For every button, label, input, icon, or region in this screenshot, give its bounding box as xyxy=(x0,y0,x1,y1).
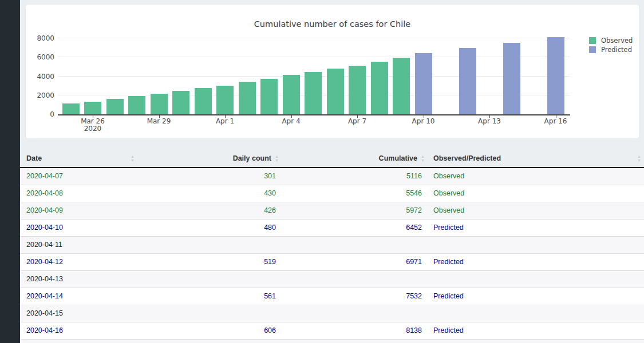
chart-card: Cumulative number of cases for Chile Obs… xyxy=(25,4,639,139)
bar-observed xyxy=(260,79,278,114)
table-row[interactable]: 2020-04-073015116Observed xyxy=(20,167,644,185)
y-tick-label: 4000 xyxy=(27,73,54,81)
daily-count-cell: 301 xyxy=(137,167,280,185)
cumulative-cell: 8138 xyxy=(280,322,426,339)
x-tick-label: Apr 13 xyxy=(464,118,515,125)
cumulative-cell xyxy=(280,270,426,288)
table-row[interactable]: 2020-04-11 xyxy=(20,236,644,253)
chart-legend: Observed Predicted xyxy=(589,36,633,54)
daily-count-cell: 606 xyxy=(137,322,280,339)
daily-count-cell: 430 xyxy=(137,185,280,202)
column-header-status[interactable]: Observed/Predicted▲▼ xyxy=(426,149,644,167)
bar-predicted xyxy=(547,37,564,114)
bar-predicted xyxy=(415,53,432,114)
bar-observed xyxy=(172,91,189,114)
status-cell: Observed xyxy=(426,185,644,202)
column-header-daily-count[interactable]: Daily count▲▼ xyxy=(137,149,280,167)
cumulative-cell: 5546 xyxy=(280,185,426,202)
bar-predicted xyxy=(503,43,520,114)
date-cell: 2020-04-08 xyxy=(20,185,137,202)
date-cell: 2020-04-13 xyxy=(20,270,137,288)
daily-count-cell: 519 xyxy=(137,253,280,270)
y-tick-label: 8000 xyxy=(27,34,54,42)
table-row[interactable]: 2020-04-104806452Predicted xyxy=(20,219,644,236)
status-cell: Predicted xyxy=(426,253,644,270)
bar-observed xyxy=(151,94,168,114)
cumulative-cell: 6971 xyxy=(280,253,426,270)
cumulative-cell: 5116 xyxy=(280,167,426,185)
legend-label: Observed xyxy=(601,37,633,45)
x-tick-label: Apr 1 xyxy=(199,118,251,125)
date-cell: 2020-04-07 xyxy=(20,167,137,185)
daily-count-cell: 480 xyxy=(137,219,280,236)
legend-item-predicted[interactable]: Predicted xyxy=(589,45,633,54)
x-tick-label: Apr 4 xyxy=(266,118,317,125)
y-tick-label: 2000 xyxy=(27,91,54,99)
bar-observed xyxy=(84,102,101,114)
cumulative-cell: 6452 xyxy=(280,219,426,236)
x-tick-label: Mar 29 xyxy=(133,118,185,125)
bar-observed xyxy=(305,72,322,114)
status-cell: Predicted xyxy=(426,219,644,236)
status-cell: Observed xyxy=(426,202,644,219)
data-table: Date▲▼Daily count▲▼Cumulative▲▼Observed/… xyxy=(20,149,644,343)
table-row[interactable]: 2020-04-15 xyxy=(20,305,644,322)
date-cell: 2020-04-12 xyxy=(20,253,137,270)
table-row-partial xyxy=(20,339,644,343)
date-cell: 2020-04-11 xyxy=(20,236,137,253)
status-cell: Observed xyxy=(426,167,644,185)
cumulative-cell xyxy=(280,305,426,322)
date-cell: 2020-04-09 xyxy=(20,202,137,219)
date-cell: 2020-04-16 xyxy=(20,322,137,339)
table-row[interactable]: 2020-04-166068138Predicted xyxy=(20,322,644,339)
y-tick-label: 6000 xyxy=(27,53,54,61)
daily-count-cell xyxy=(137,305,280,322)
column-header-cumulative[interactable]: Cumulative▲▼ xyxy=(280,149,426,167)
x-tick-label: Apr 10 xyxy=(398,118,449,125)
sort-icon[interactable]: ▲▼ xyxy=(637,154,641,162)
sort-icon[interactable]: ▲▼ xyxy=(275,154,279,162)
status-cell: Predicted xyxy=(426,288,644,305)
cumulative-cell: 5972 xyxy=(280,202,426,219)
sort-icon[interactable]: ▲▼ xyxy=(421,154,425,162)
status-cell xyxy=(426,270,644,288)
gridline xyxy=(58,57,570,57)
date-cell: 2020-04-10 xyxy=(20,219,137,236)
plot-area xyxy=(58,34,570,115)
bar-observed xyxy=(216,86,234,114)
table-row[interactable]: 2020-04-094265972Observed xyxy=(20,202,644,219)
table-row[interactable]: 2020-04-125196971Predicted xyxy=(20,253,644,270)
chart-title: Cumulative number of cases for Chile xyxy=(26,19,639,29)
daily-count-cell xyxy=(137,236,280,253)
bar-observed xyxy=(371,62,388,114)
x-tick-label: Apr 16 xyxy=(530,118,582,125)
bar-observed xyxy=(327,69,344,114)
date-cell: 2020-04-15 xyxy=(20,305,137,322)
table-row[interactable]: 2020-04-13 xyxy=(20,270,644,288)
table-header-row: Date▲▼Daily count▲▼Cumulative▲▼Observed/… xyxy=(20,149,644,167)
bar-observed xyxy=(128,96,145,114)
table-row[interactable]: 2020-04-084305546Observed xyxy=(20,185,644,202)
observed-swatch-icon xyxy=(589,37,596,44)
column-header-label: Daily count xyxy=(233,154,271,162)
x-tick-label: Apr 7 xyxy=(331,118,383,125)
bar-observed xyxy=(195,88,212,114)
date-cell: 2020-04-14 xyxy=(20,288,137,305)
column-header-label: Date xyxy=(26,154,42,162)
bar-observed xyxy=(393,58,410,114)
status-cell xyxy=(426,305,644,322)
x-tick-label: Mar 262020 xyxy=(67,118,118,133)
legend-item-observed[interactable]: Observed xyxy=(589,36,633,45)
bar-observed xyxy=(349,66,366,114)
bar-observed xyxy=(62,103,80,114)
column-header-label: Observed/Predicted xyxy=(433,154,501,162)
column-header-date[interactable]: Date▲▼ xyxy=(20,149,137,167)
column-header-label: Cumulative xyxy=(379,154,417,162)
bar-observed xyxy=(239,82,256,114)
table-row[interactable]: 2020-04-145617532Predicted xyxy=(20,288,644,305)
sort-icon[interactable]: ▲▼ xyxy=(131,154,135,162)
y-tick-label: 0 xyxy=(27,110,54,118)
legend-label: Predicted xyxy=(601,46,632,54)
daily-count-cell xyxy=(137,270,280,288)
status-cell xyxy=(426,236,644,253)
